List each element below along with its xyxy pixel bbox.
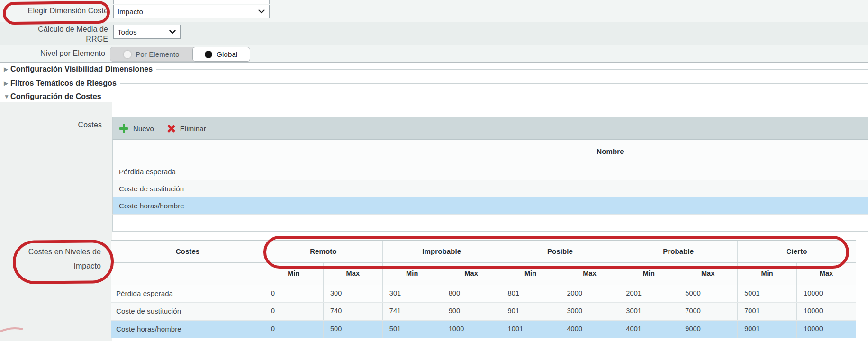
cost-value-cell: 1001 — [501, 321, 560, 338]
cropped-control-top — [113, 0, 270, 4]
screen: Elegir Dimensión Coste Impacto Cálculo d… — [0, 0, 868, 341]
costes-table-row[interactable]: Coste de sustitución — [112, 180, 868, 197]
calculo-media-label: Cálculo de Media de RRGE — [0, 24, 108, 44]
x-icon — [167, 125, 175, 132]
cost-value-cell: 801 — [501, 285, 560, 302]
cost-value-cell: 800 — [442, 285, 501, 302]
minmax-header: Min — [737, 263, 796, 285]
nuevo-button[interactable]: Nuevo — [119, 124, 154, 133]
costes-table-header-row: Nombre — [112, 140, 868, 163]
elegir-dimension-label: Elegir Dimensión Coste — [0, 7, 108, 15]
costes-table-row-selected[interactable]: Coste horas/hombre — [112, 197, 868, 215]
minmax-header: Min — [619, 263, 678, 285]
minmax-row: MinMaxMinMaxMinMaxMinMaxMinMax — [111, 263, 856, 285]
dimension-coste-select[interactable]: Impacto — [113, 5, 270, 18]
chevron-down-icon — [169, 30, 176, 34]
costes-label: Costes — [0, 121, 102, 129]
section-title: Filtros Temáticos de Riesgos — [10, 79, 117, 88]
toggle-option-por-elemento[interactable]: Por Elemento — [110, 47, 193, 61]
impact-level-header: Posible — [501, 241, 619, 262]
costes-column-header: Costes — [111, 241, 264, 262]
nivel-por-elemento-label: Nivel por Elemento — [0, 49, 105, 58]
chevron-down-icon — [258, 9, 265, 14]
toggle-option-global[interactable]: Global — [192, 47, 250, 62]
cost-value-cell: 900 — [442, 303, 501, 320]
cost-value-cell: 5000 — [678, 285, 737, 302]
cost-value-cell: 301 — [382, 285, 442, 302]
media-rrge-select[interactable]: Todos — [113, 25, 181, 39]
cost-value-cell: 500 — [323, 321, 382, 338]
toggle-option-label: Por Elemento — [136, 50, 179, 58]
section-rule — [120, 83, 868, 84]
cost-value-cell: 2000 — [560, 285, 619, 302]
costes-table-row[interactable]: Pérdida esperada — [112, 163, 868, 180]
calculo-media-label-line2: RRGE — [0, 34, 108, 44]
cost-value-cell: 9001 — [737, 321, 796, 338]
toggle-option-label: Global — [217, 50, 237, 58]
minmax-header: Max — [323, 263, 382, 285]
minmax-header: Max — [442, 263, 501, 285]
nivel-toggle-group: Por Elemento Global — [110, 47, 250, 62]
cost-value-cell: 0 — [264, 303, 323, 320]
impact-table-row[interactable]: Pérdida esperada 03003018008012000200150… — [111, 285, 856, 303]
cost-value-cell: 9000 — [678, 321, 737, 338]
costes-en-niveles-label-line1: Costes en Niveles de — [0, 245, 101, 259]
minmax-header: Max — [678, 263, 737, 285]
impact-level-header: Cierto — [737, 241, 856, 262]
eliminar-button[interactable]: Eliminar — [167, 125, 206, 133]
chevron-right-icon: ▶ — [4, 66, 10, 72]
cost-value-cell: 3000 — [560, 303, 619, 320]
cost-value-cell: 741 — [382, 303, 442, 320]
cost-value-cell: 5001 — [737, 285, 796, 302]
impact-level-header: Probable — [619, 241, 737, 262]
dimension-coste-value: Impacto — [118, 8, 143, 16]
section-rule — [156, 69, 868, 70]
section-rule — [105, 97, 868, 97]
minmax-header: Min — [264, 263, 323, 285]
nombre-column-header: Nombre — [113, 140, 868, 163]
section-divider — [0, 62, 868, 63]
media-rrge-value: Todos — [118, 28, 137, 36]
minmax-header: Max — [796, 263, 856, 285]
section-header-visibilidad-dimensiones[interactable]: ▶ Configuración Visibilidad Dimensiones — [0, 63, 868, 75]
costes-toolbar: Nuevo Eliminar — [112, 117, 868, 140]
cost-value-cell: 10000 — [796, 303, 856, 320]
plus-icon — [119, 124, 128, 133]
cost-value-cell: 300 — [323, 285, 382, 302]
impact-level-header: Improbable — [382, 241, 501, 262]
cost-value-cell: 10000 — [796, 321, 856, 338]
minmax-header: Min — [382, 263, 442, 285]
cost-value-cell: 7001 — [737, 303, 796, 320]
impact-table-row[interactable]: Coste de sustitución 0740741900901300030… — [111, 303, 856, 320]
chevron-right-icon: ▶ — [4, 80, 10, 87]
cost-value-cell: 501 — [382, 321, 442, 338]
costes-en-niveles-label-line2: Impacto — [0, 259, 101, 273]
eliminar-button-label: Eliminar — [180, 125, 206, 133]
impact-level-header: Remoto — [264, 241, 382, 262]
chevron-down-icon: ▼ — [4, 93, 10, 100]
costes-table-empty-area — [112, 215, 868, 231]
minmax-header: Min — [501, 263, 560, 285]
section-header-filtros-tematicos[interactable]: ▶ Filtros Temáticos de Riesgos — [0, 78, 868, 89]
impact-table-row-selected[interactable]: Coste horas/hombre 050050110001001400040… — [111, 321, 856, 338]
minmax-row-spacer — [111, 263, 264, 285]
costes-en-niveles-label: Costes en Niveles de Impacto — [0, 245, 101, 273]
cost-value-cell: 10000 — [796, 285, 856, 302]
cost-name-cell: Pérdida esperada — [111, 285, 264, 302]
cost-value-cell: 4001 — [619, 321, 678, 338]
cost-value-cell: 1000 — [442, 321, 501, 338]
cost-value-cell: 740 — [323, 303, 382, 320]
cost-value-cell: 0 — [264, 285, 323, 302]
section-header-configuracion-costes[interactable]: ▼ Configuración de Costes — [0, 91, 868, 102]
section-title: Configuración Visibilidad Dimensiones — [10, 65, 153, 73]
section-title: Configuración de Costes — [10, 92, 101, 101]
cost-value-cell: 2001 — [619, 285, 678, 302]
cost-name-cell: Coste horas/hombre — [111, 321, 264, 338]
cost-name-cell: Coste de sustitución — [111, 303, 264, 320]
radio-unselected-icon — [124, 51, 131, 58]
calculo-media-label-line1: Cálculo de Media de — [0, 24, 108, 34]
impact-headers-row: Costes RemotoImprobablePosibleProbableCi… — [111, 241, 856, 263]
radio-selected-icon — [205, 51, 212, 58]
cost-value-cell: 0 — [264, 321, 323, 338]
costes-table-bottom-border — [112, 231, 868, 232]
